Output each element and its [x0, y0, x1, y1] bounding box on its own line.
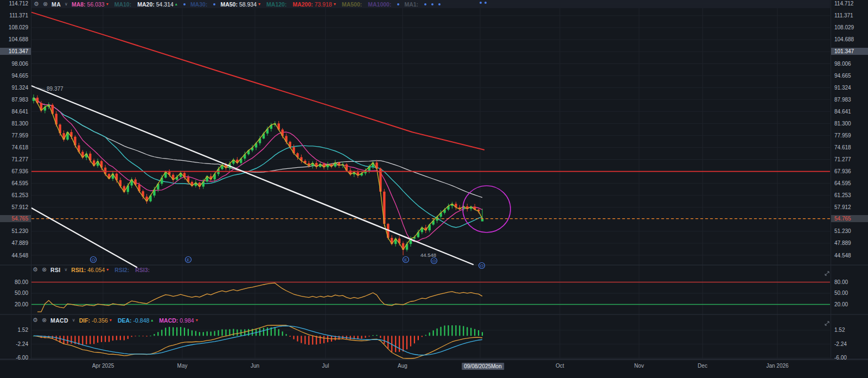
trendline-drawing[interactable]	[31, 208, 137, 267]
price-label: 80.00	[0, 279, 31, 286]
svg-text:E: E	[404, 257, 407, 262]
chevron-down-icon[interactable]: ∨	[65, 2, 68, 7]
price-label: 74.618	[831, 144, 868, 151]
price-label: 1.52	[831, 326, 868, 333]
price-label: 74.618	[0, 144, 31, 151]
settings-icon[interactable]: ⚙	[33, 266, 38, 273]
price-label: 54.765	[831, 215, 868, 222]
price-label: 98.006	[831, 60, 868, 67]
time-axis[interactable]: Apr 2025MayJunJulAug09/08/2025MonOctNovD…	[0, 360, 868, 378]
price-axis-right[interactable]: 114.712111.371108.029104.688101.34798.00…	[831, 0, 868, 360]
indicator-name-macd[interactable]: MACD	[50, 317, 68, 324]
price-label: 77.959	[831, 132, 868, 139]
expand-panel-icon[interactable]	[825, 272, 829, 275]
price-label: 61.253	[831, 192, 868, 199]
indicator-value: 54.314	[156, 1, 174, 8]
indicator-item[interactable]: MA8:56.033▾	[72, 1, 108, 8]
price-axis-left[interactable]: 114.712111.371108.029104.688101.34798.00…	[0, 0, 31, 360]
indicator-label: MACD:	[159, 317, 178, 324]
price-label: 91.324	[0, 84, 31, 91]
indicator-item[interactable]: MA1:	[404, 1, 418, 8]
arrow-down-icon: ▾	[106, 2, 108, 7]
svg-text:E: E	[187, 257, 189, 262]
indicator-item[interactable]: MA10:	[114, 1, 132, 8]
trendline-drawing[interactable]	[31, 86, 473, 264]
ma8-line	[34, 98, 482, 242]
price-label: 91.324	[831, 84, 868, 91]
indicator-value: 46.054	[87, 267, 105, 273]
price-label: 51.230	[0, 228, 31, 235]
indicator-name-ma[interactable]: MA	[52, 1, 61, 8]
rsi-values-list: RSI1:46.054▾RSI2:RSI3:	[71, 267, 155, 273]
event-marker-icon[interactable]: E	[403, 257, 409, 263]
arrow-down-icon: ▾	[196, 318, 198, 323]
event-marker-icon[interactable]: O	[431, 258, 437, 264]
close-price-line	[34, 98, 482, 250]
price-label: 101.347	[0, 48, 31, 55]
price-label: 64.595	[831, 180, 868, 187]
indicator-label: MA200:	[292, 1, 312, 8]
indicator-name-rsi[interactable]: RSI	[50, 267, 60, 273]
indicator-label: MA20:	[137, 1, 155, 8]
indicator-item[interactable]: MA200:73.918▾	[292, 1, 336, 8]
price-label: 101.347	[831, 48, 868, 55]
indicator-label: MA10:	[114, 1, 132, 8]
svg-text:O: O	[480, 263, 483, 268]
indicator-label: DEA:	[118, 317, 132, 324]
indicator-label: RSI2:	[114, 267, 129, 273]
indicator-item[interactable]: MA1000:	[368, 1, 391, 8]
close-icon[interactable]: ⊗	[42, 266, 47, 273]
price-label: 108.029	[0, 24, 31, 31]
indicator-item[interactable]: MA30:	[190, 1, 208, 8]
price-label: -2.24	[0, 341, 31, 348]
indicator-item[interactable]: DEA:-0.848▴	[118, 317, 153, 324]
svg-text:O: O	[92, 257, 95, 262]
main-indicator-bar: ⚙ ⊗ MA ∨ MA8:56.033▾MA10:MA20:54.314▴MA3…	[31, 0, 830, 8]
indicator-value: -0.356	[92, 317, 108, 324]
price-label: 44.548	[0, 252, 31, 259]
indicator-dot	[397, 3, 399, 5]
price-label: 87.983	[831, 96, 868, 103]
price-label: 44.548	[831, 252, 868, 259]
chevron-down-icon[interactable]: ∨	[65, 267, 68, 272]
price-label: 71.277	[0, 156, 31, 163]
indicator-label: DIF:	[79, 317, 90, 324]
indicator-dot	[424, 3, 426, 5]
expand-panel-icon[interactable]	[825, 322, 829, 325]
chevron-down-icon[interactable]: ∨	[72, 318, 75, 323]
indicator-item[interactable]: DIF:-0.356▾	[79, 317, 112, 324]
indicator-item[interactable]: MA20:54.314▴	[137, 1, 177, 8]
indicator-item[interactable]: MA500:	[342, 1, 362, 8]
settings-icon[interactable]: ⚙	[33, 317, 38, 324]
price-label: 1.52	[0, 326, 31, 333]
indicator-item[interactable]: MACD:0.984▾	[159, 317, 197, 324]
indicator-item[interactable]: RSI2:	[114, 267, 129, 273]
indicator-label: MA120:	[266, 1, 286, 8]
price-label: 50.00	[831, 289, 868, 297]
price-label: 98.006	[0, 60, 31, 67]
price-label: 104.688	[0, 36, 31, 43]
indicator-value: 0.984	[180, 317, 194, 324]
indicator-item[interactable]: RSI1:46.054▾	[71, 267, 108, 273]
indicator-item[interactable]: MA120:	[266, 1, 286, 8]
event-marker-icon[interactable]: E	[186, 257, 192, 263]
price-label: 57.912	[0, 204, 31, 211]
indicator-value: -0.848	[133, 317, 150, 324]
event-marker-icon[interactable]: O	[479, 263, 485, 269]
indicator-label: MA1000:	[368, 1, 391, 8]
indicator-item[interactable]: RSI3:	[135, 267, 150, 273]
close-icon[interactable]: ⊗	[42, 317, 47, 324]
current-date-label: 09/08/2025Mon	[462, 363, 504, 370]
arrow-down-icon: ▾	[110, 318, 112, 323]
trendline-price-label[interactable]: 89.377	[47, 86, 63, 92]
time-label: Apr 2025	[92, 363, 114, 369]
settings-icon[interactable]: ⚙	[34, 1, 39, 8]
event-marker-icon[interactable]: O	[91, 257, 97, 263]
circle-drawing[interactable]	[463, 186, 510, 232]
macd-indicator-bar: ⚙ ⊗ MACD ∨ DIF:-0.356▾DEA:-0.848▴MACD:0.…	[33, 316, 203, 324]
price-label: 61.253	[0, 192, 31, 199]
close-icon[interactable]: ⊗	[43, 1, 48, 8]
indicator-item[interactable]: MA50:58.934▾	[220, 1, 260, 8]
arrow-up-icon: ▴	[175, 2, 177, 7]
low-price-label[interactable]: 44.548	[420, 252, 436, 258]
